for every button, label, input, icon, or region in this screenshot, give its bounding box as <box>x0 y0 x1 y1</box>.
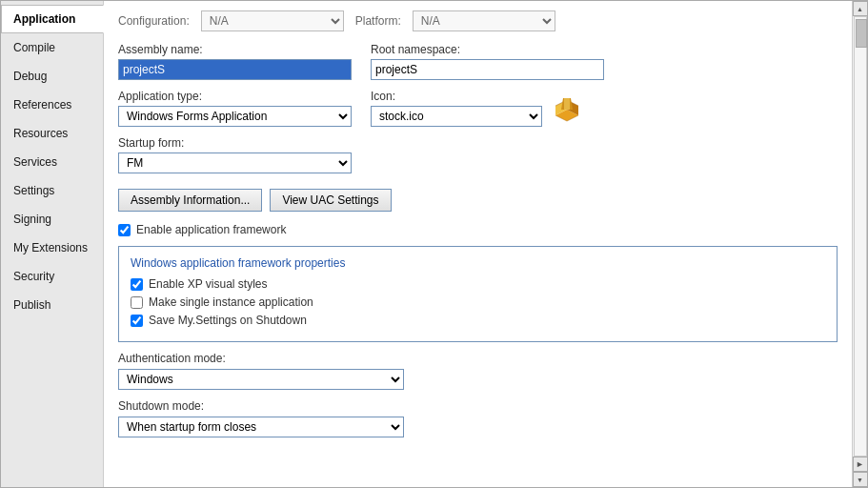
scrollbar-thumb[interactable] <box>856 19 867 48</box>
icon-preview <box>552 96 582 127</box>
shutdown-mode-group: Shutdown mode: When startup form closes … <box>118 399 838 437</box>
auth-mode-label: Authentication mode: <box>118 352 838 365</box>
sidebar-item-signing[interactable]: Signing <box>1 205 103 234</box>
scroll-middle-marker[interactable]: ► <box>853 457 868 472</box>
startup-form-row: Startup form: FM <box>118 136 838 173</box>
sidebar-item-settings[interactable]: Settings <box>1 176 103 205</box>
single-instance-row: Make single instance application <box>131 295 825 309</box>
apptype-icon-row: Application type: Windows Forms Applicat… <box>118 90 838 127</box>
root-namespace-label: Root namespace: <box>371 43 604 56</box>
startup-form-group: Startup form: FM <box>118 136 352 173</box>
assembly-namespace-row: Assembly name: Root namespace: <box>118 43 838 80</box>
startup-form-label: Startup form: <box>118 136 352 150</box>
sidebar-item-resources[interactable]: Resources <box>1 119 103 148</box>
assembly-name-group: Assembly name: <box>118 43 352 80</box>
single-instance-label[interactable]: Make single instance application <box>149 295 313 309</box>
scroll-up-button[interactable]: ▲ <box>853 1 868 16</box>
main-content: Configuration: N/A Platform: N/A Assembl… <box>104 1 852 487</box>
scrollbar: ▲ ► ▼ <box>852 1 867 487</box>
save-settings-checkbox[interactable] <box>131 315 143 327</box>
assembly-info-button[interactable]: Assembly Information... <box>118 189 262 212</box>
shutdown-mode-label: Shutdown mode: <box>118 399 838 413</box>
icon-group: Icon: stock.ico (Default Icon) <box>371 90 582 127</box>
enable-framework-label[interactable]: Enable application framework <box>136 223 286 236</box>
framework-title: Windows application framework properties <box>131 256 825 270</box>
platform-label: Platform: <box>355 14 401 28</box>
svg-rect-6 <box>564 98 570 110</box>
configuration-select[interactable]: N/A <box>201 10 344 31</box>
sidebar-item-publish[interactable]: Publish <box>1 291 103 319</box>
icon-label: Icon: <box>371 90 542 103</box>
auth-mode-select[interactable]: Windows Application Defined <box>118 369 404 390</box>
sidebar-item-application[interactable]: Application <box>1 5 104 33</box>
auth-mode-group: Authentication mode: Windows Application… <box>118 352 838 390</box>
sidebar-item-services[interactable]: Services <box>1 148 103 176</box>
sidebar-item-my-extensions[interactable]: My Extensions <box>1 234 103 262</box>
application-type-label: Application type: <box>118 90 352 103</box>
save-settings-row: Save My.Settings on Shutdown <box>131 314 825 327</box>
shutdown-mode-select[interactable]: When startup form closes When last form … <box>118 417 404 437</box>
configuration-label: Configuration: <box>118 14 190 28</box>
enable-framework-checkbox[interactable] <box>118 224 131 236</box>
single-instance-checkbox[interactable] <box>131 296 143 309</box>
application-type-group: Application type: Windows Forms Applicat… <box>118 90 352 127</box>
startup-form-select[interactable]: FM <box>118 152 352 173</box>
sidebar-item-compile[interactable]: Compile <box>1 33 103 62</box>
assembly-name-label: Assembly name: <box>118 43 352 56</box>
enable-framework-row: Enable application framework <box>118 223 838 236</box>
sidebar-item-debug[interactable]: Debug <box>1 62 103 91</box>
xp-visual-styles-checkbox[interactable] <box>131 278 143 291</box>
sidebar-item-references[interactable]: References <box>1 91 103 119</box>
action-buttons-row: Assembly Information... View UAC Setting… <box>118 189 838 212</box>
config-row: Configuration: N/A Platform: N/A <box>118 10 838 31</box>
platform-select[interactable]: N/A <box>413 10 555 31</box>
assembly-name-input[interactable] <box>118 59 352 80</box>
framework-properties-box: Windows application framework properties… <box>118 246 838 342</box>
sidebar: Application Compile Debug References Res… <box>1 1 104 487</box>
root-namespace-input[interactable] <box>371 59 604 80</box>
save-settings-label[interactable]: Save My.Settings on Shutdown <box>149 314 307 327</box>
xp-visual-styles-label[interactable]: Enable XP visual styles <box>149 277 268 291</box>
root-namespace-group: Root namespace: <box>371 43 604 80</box>
view-uac-button[interactable]: View UAC Settings <box>270 189 391 212</box>
application-type-select[interactable]: Windows Forms Application Console Applic… <box>118 106 352 127</box>
sidebar-item-security[interactable]: Security <box>1 262 103 291</box>
scrollbar-track[interactable] <box>854 16 867 457</box>
scroll-down-button[interactable]: ▼ <box>853 472 868 487</box>
icon-select[interactable]: stock.ico (Default Icon) <box>371 106 542 127</box>
xp-visual-styles-row: Enable XP visual styles <box>131 277 825 291</box>
